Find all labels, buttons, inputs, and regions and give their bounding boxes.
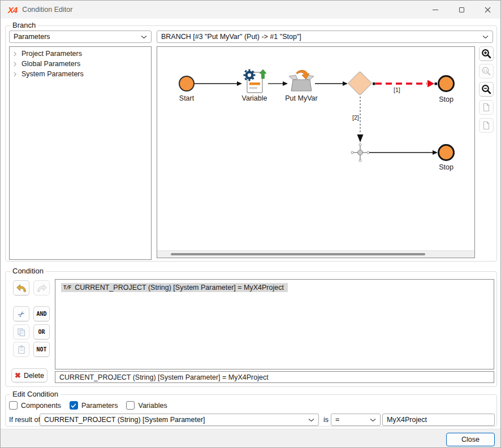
redo-button[interactable] xyxy=(33,280,50,295)
condition-group-label: Condition xyxy=(10,267,46,275)
fit-page-button[interactable] xyxy=(479,100,494,115)
node-put-myvar[interactable] xyxy=(288,69,314,95)
node-label-put-myvar: Put MyVar xyxy=(282,94,321,102)
not-button[interactable]: NOT xyxy=(33,342,50,357)
node-variable[interactable] xyxy=(242,68,267,97)
redo-icon xyxy=(36,283,47,293)
tree-item-project-parameters[interactable]: Project Parameters xyxy=(10,49,151,59)
undo-button[interactable] xyxy=(13,280,29,295)
maximize-button[interactable] xyxy=(448,1,474,19)
branch-group-label: Branch xyxy=(10,21,38,29)
copy-icon xyxy=(17,328,26,337)
edge-label-1: [1] xyxy=(394,86,400,93)
check-icon xyxy=(71,403,76,408)
titlebar: X4 Condition Editor xyxy=(1,1,500,19)
checkbox-box[interactable] xyxy=(126,401,135,410)
node-stop-1[interactable] xyxy=(438,75,455,92)
condition-list[interactable]: T/F CURRENT_PROJECT (String) [System Par… xyxy=(55,279,494,369)
close-button[interactable]: Close xyxy=(446,433,495,446)
and-button[interactable]: AND xyxy=(33,306,50,321)
node-label-stop-1: Stop xyxy=(432,95,460,103)
condition-editor-dialog: X4 Condition Editor Branch Parameters BR… xyxy=(0,0,501,448)
parameters-checkbox[interactable]: Parameters xyxy=(70,401,118,410)
checkbox-box[interactable] xyxy=(9,401,18,410)
node-label-variable: Variable xyxy=(237,94,271,102)
minimize-button[interactable] xyxy=(422,1,448,19)
branch-select[interactable]: BRANCH [#3 "Put MyVar" (Put) -> #1 "Stop… xyxy=(157,31,493,43)
chevron-down-icon xyxy=(141,35,147,39)
condition-row-text: CURRENT_PROJECT (String) [System Paramet… xyxy=(75,284,284,292)
edit-condition-group-label: Edit Condition xyxy=(10,390,61,398)
edit-condition-group: Edit Condition Components Parameters Var… xyxy=(5,394,497,427)
result-of-select[interactable]: CURRENT_PROJECT (String) [System Paramet… xyxy=(40,414,319,426)
put-box-icon xyxy=(288,69,314,93)
workflow-canvas[interactable]: Start Variable Put MyVar Stop Stop [1] [… xyxy=(157,46,475,258)
node-start[interactable] xyxy=(179,76,195,92)
copy-button[interactable] xyxy=(13,324,29,340)
close-icon xyxy=(485,7,491,13)
zoom-out-icon xyxy=(481,84,491,94)
chevron-right-icon xyxy=(14,51,16,56)
zoom-reset-button[interactable]: 1:1 xyxy=(479,64,494,79)
svg-text:1:1: 1:1 xyxy=(483,69,487,72)
is-label: is xyxy=(323,416,329,424)
chevron-down-icon xyxy=(482,35,489,39)
workflow-edges xyxy=(157,47,474,250)
operator-select[interactable]: = xyxy=(331,414,381,426)
delete-button[interactable]: ✖ Delete xyxy=(11,368,47,382)
if-result-of-label: If result of xyxy=(9,416,40,424)
scissors-icon: ✂ xyxy=(16,308,26,319)
window-title: Condition Editor xyxy=(22,6,72,14)
variables-checkbox[interactable]: Variables xyxy=(126,401,167,410)
chevron-right-icon xyxy=(14,62,16,67)
tree-item-global-parameters[interactable]: Global Parameters xyxy=(10,59,151,69)
cut-button[interactable]: ✂ xyxy=(13,306,29,321)
canvas-hscrollbar[interactable] xyxy=(157,250,474,258)
zoom-in-icon xyxy=(481,49,491,59)
paste-icon xyxy=(17,345,26,354)
canvas-hscrollbar-thumb[interactable] xyxy=(171,253,425,255)
condition-group: Condition ✂ AND OR xyxy=(5,271,497,387)
checkbox-box[interactable] xyxy=(70,401,78,410)
parameter-type-select[interactable]: Parameters xyxy=(9,31,152,43)
footer-bar: Close xyxy=(1,429,500,448)
fit-width-button[interactable] xyxy=(479,118,494,133)
delete-x-icon: ✖ xyxy=(15,371,21,380)
zoom-in-button[interactable] xyxy=(479,46,494,61)
page-icon xyxy=(482,121,491,130)
chevron-down-icon xyxy=(370,418,376,422)
edge-label-2: [2] xyxy=(352,114,359,121)
components-checkbox[interactable]: Components xyxy=(9,401,61,410)
or-button[interactable]: OR xyxy=(33,324,50,340)
chevron-down-icon xyxy=(308,418,314,422)
undo-icon xyxy=(16,283,27,293)
tree-item-system-parameters[interactable]: System Parameters xyxy=(10,69,151,79)
variable-icon xyxy=(242,68,267,95)
paste-button[interactable] xyxy=(13,342,29,357)
zoom-one-to-one-icon: 1:1 xyxy=(481,66,491,76)
true-false-icon: T/F xyxy=(63,285,71,290)
value-input[interactable] xyxy=(382,414,495,426)
close-window-button[interactable] xyxy=(474,1,500,19)
maximize-icon xyxy=(459,7,464,12)
node-label-start: Start xyxy=(175,94,198,102)
chevron-right-icon xyxy=(14,72,16,77)
minimize-icon xyxy=(433,10,438,10)
condition-row-selected[interactable]: T/F CURRENT_PROJECT (String) [System Par… xyxy=(61,283,288,292)
parameter-tree: Project Parameters Global Parameters Sys… xyxy=(9,46,152,260)
branch-group: Branch Parameters BRANCH [#3 "Put MyVar"… xyxy=(5,25,497,262)
zoom-out-button[interactable] xyxy=(479,82,494,97)
x4-logo: X4 xyxy=(8,5,17,15)
node-label-stop-2: Stop xyxy=(432,163,460,171)
node-stop-2[interactable] xyxy=(438,144,455,161)
condition-expression-bar: CURRENT_PROJECT (String) [System Paramet… xyxy=(55,371,494,383)
page-icon xyxy=(482,103,491,112)
